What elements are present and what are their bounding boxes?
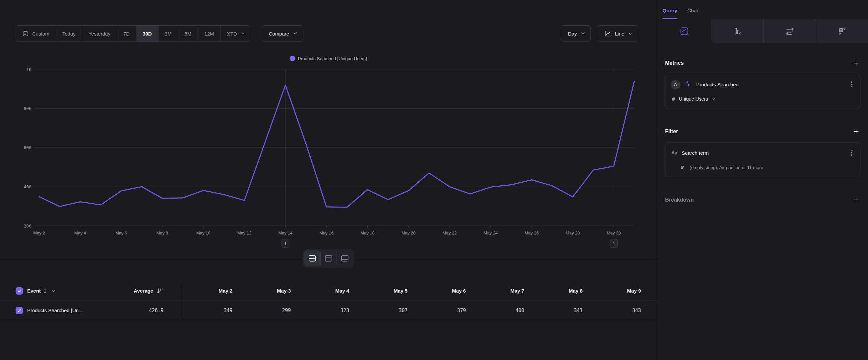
tab-chart[interactable]: Chart bbox=[687, 8, 700, 19]
line-chart[interactable]: 1K800600400200May 2May 4May 6May 8May 10… bbox=[0, 64, 657, 250]
range-label: Today bbox=[62, 31, 75, 36]
metric-card[interactable]: A Products Searched # Unique Users bbox=[665, 74, 860, 109]
event-count: 1 bbox=[44, 288, 46, 294]
x-axis-label: May 20 bbox=[402, 230, 416, 236]
range-3m-button[interactable]: 3M bbox=[158, 26, 178, 41]
event-name-cell: Products Searched [Un... bbox=[16, 307, 105, 314]
y-axis-label: 800 bbox=[24, 106, 31, 111]
event-cursor-click-icon bbox=[684, 80, 692, 88]
view-tab-insights[interactable] bbox=[657, 19, 711, 43]
report-type-tabs-rest bbox=[711, 19, 868, 43]
table-cell: 379 bbox=[407, 307, 466, 313]
range-30d-button[interactable]: 30D bbox=[136, 26, 158, 41]
layout-chart-only-button[interactable] bbox=[320, 250, 337, 266]
table-cell: 343 bbox=[583, 307, 641, 313]
range-label: Custom bbox=[32, 31, 50, 36]
table-row[interactable]: Products Searched [Un... 426.9 349 299 3… bbox=[0, 301, 657, 320]
table-cell: 400 bbox=[466, 307, 524, 313]
sidebar-tabs: Query Chart bbox=[657, 0, 868, 19]
range-12m-button[interactable]: 12M bbox=[197, 26, 220, 41]
breakdown-section-header: Breakdown bbox=[665, 196, 860, 204]
layout-toggle-group bbox=[303, 249, 354, 268]
filter-card[interactable]: Aa Search term Is (empty string), Air pu… bbox=[665, 142, 860, 177]
chart-type-dropdown[interactable]: Line bbox=[597, 25, 638, 42]
select-all-checkbox[interactable] bbox=[16, 287, 23, 295]
x-axis-label: May 24 bbox=[484, 230, 498, 236]
funnels-icon bbox=[733, 27, 742, 36]
range-6m-button[interactable]: 6M bbox=[178, 26, 197, 41]
chart-legend: Products Searched [Unique Users] bbox=[0, 55, 657, 62]
add-filter-button[interactable] bbox=[852, 128, 860, 136]
table-cell: 341 bbox=[524, 307, 583, 313]
calendar-icon bbox=[22, 30, 29, 37]
x-axis-label: May 18 bbox=[361, 230, 375, 236]
chevron-down-icon bbox=[712, 96, 715, 100]
layout-split-view-button[interactable] bbox=[304, 250, 320, 266]
metric-name[interactable]: Products Searched bbox=[696, 82, 845, 87]
metric-letter-badge: A bbox=[672, 80, 680, 89]
filter-title: Filter bbox=[665, 129, 678, 135]
filter-section-header: Filter bbox=[665, 128, 860, 136]
average-header-label: Average bbox=[134, 288, 153, 294]
range-xtd-button[interactable]: XTD bbox=[220, 26, 250, 41]
table-cell: 307 bbox=[349, 307, 407, 313]
metric-measure-row: # Unique Users bbox=[672, 95, 854, 103]
tab-query[interactable]: Query bbox=[662, 8, 677, 19]
legend-swatch[interactable] bbox=[290, 56, 295, 61]
table-col-header: May 3 bbox=[232, 288, 291, 294]
range-label: 3M bbox=[165, 31, 172, 36]
filter-options-kebab-icon[interactable] bbox=[850, 148, 854, 157]
table-cell: 349 bbox=[182, 307, 232, 313]
table-header-row: Event 1 Average May 2 May 3 May 4 bbox=[0, 281, 657, 301]
average-header-cell[interactable]: Average bbox=[105, 287, 163, 294]
table-col-header: May 8 bbox=[524, 288, 583, 294]
retention-icon bbox=[837, 27, 847, 36]
add-metric-button[interactable] bbox=[852, 59, 860, 67]
y-axis-label: 1K bbox=[26, 67, 31, 72]
table-col-header: May 6 bbox=[407, 288, 466, 294]
range-7d-button[interactable]: 7D bbox=[117, 26, 136, 41]
filter-operator[interactable]: Is bbox=[681, 165, 684, 170]
metrics-section-header: Metrics bbox=[665, 59, 860, 67]
legend-label[interactable]: Products Searched [Unique Users] bbox=[298, 56, 367, 61]
range-today-button[interactable]: Today bbox=[56, 26, 82, 41]
hash-icon: # bbox=[672, 96, 675, 102]
range-custom-button[interactable]: Custom bbox=[16, 26, 56, 41]
line-chart-icon bbox=[604, 30, 612, 37]
filter-value[interactable]: (empty string), Air purifier, or 11 more bbox=[690, 165, 763, 170]
chevron-down-icon[interactable] bbox=[52, 288, 55, 292]
granularity-dropdown[interactable]: Day bbox=[561, 25, 591, 42]
view-tab-retention[interactable] bbox=[816, 19, 868, 43]
breakdown-title: Breakdown bbox=[665, 197, 693, 203]
chart-only-icon bbox=[324, 255, 333, 262]
row-checkbox[interactable] bbox=[16, 307, 23, 314]
add-breakdown-button[interactable] bbox=[852, 196, 860, 204]
metric-options-kebab-icon[interactable] bbox=[850, 80, 854, 89]
series-line[interactable] bbox=[39, 81, 634, 207]
granularity-label: Day bbox=[568, 31, 577, 36]
range-label: 6M bbox=[184, 31, 191, 36]
filter-property-name[interactable]: Search term bbox=[682, 150, 845, 156]
sort-descending-icon bbox=[156, 287, 163, 294]
measure-selector[interactable]: Unique Users bbox=[679, 96, 708, 102]
view-tab-flows[interactable] bbox=[763, 19, 816, 43]
chart-options-group: Day Line bbox=[561, 25, 638, 42]
query-sidebar: Query Chart bbox=[657, 0, 868, 360]
average-value: 426.9 bbox=[149, 307, 163, 313]
event-header-label: Event bbox=[27, 288, 41, 294]
annotation-badge-label: 1 bbox=[612, 241, 615, 246]
compare-button[interactable]: Compare bbox=[261, 25, 303, 42]
y-axis-label: 600 bbox=[24, 145, 31, 150]
x-axis-label: May 28 bbox=[566, 230, 580, 236]
compare-label: Compare bbox=[269, 31, 289, 36]
x-axis-label: May 16 bbox=[319, 230, 334, 236]
table-col-header: May 4 bbox=[291, 288, 349, 294]
flows-icon bbox=[785, 27, 795, 36]
x-axis-label: May 8 bbox=[156, 230, 168, 236]
layout-table-only-button[interactable] bbox=[337, 250, 353, 266]
range-yesterday-button[interactable]: Yesterday bbox=[82, 26, 117, 41]
date-range-segmented-control: Custom Today Yesterday 7D 30D 3M 6M 12M … bbox=[16, 25, 250, 42]
x-axis-label: May 22 bbox=[443, 230, 457, 236]
range-label: XTD bbox=[227, 31, 237, 36]
view-tab-funnels[interactable] bbox=[711, 19, 763, 43]
